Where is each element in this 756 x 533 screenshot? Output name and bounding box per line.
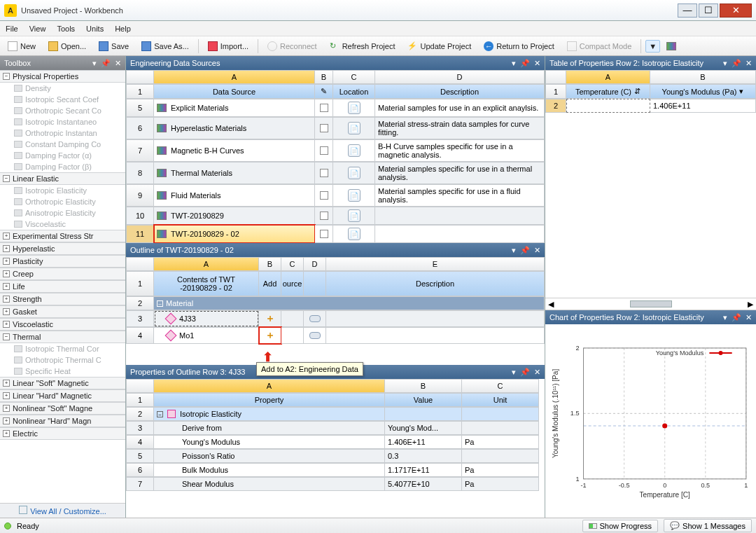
collapse-icon[interactable]: – [157, 300, 163, 307]
table-row[interactable]: 5 Poisson's Ratio 0.3 [126, 449, 545, 463]
save-button[interactable]: Save [94, 39, 134, 53]
category[interactable]: +Viscoelastic [0, 318, 125, 331]
hscroll[interactable]: ◀▶ [545, 298, 756, 310]
location-icon[interactable] [348, 189, 360, 202]
category[interactable]: +Creep [0, 268, 125, 280]
category[interactable]: −Linear Elastic [0, 172, 125, 185]
table-row[interactable]: 10 TWT-20190829 [126, 207, 545, 225]
checkbox[interactable] [320, 146, 328, 155]
outline-grid[interactable]: A B C D E 1 Contents of TWT -20190829 - … [126, 257, 545, 344]
toolbox-item[interactable]: Specific Heat [0, 366, 125, 377]
toolbox-item[interactable]: Damping Factor (β) [0, 161, 125, 172]
close-pane-icon[interactable]: ✕ [534, 59, 540, 68]
category[interactable]: +Life [0, 280, 125, 293]
checkbox[interactable] [320, 230, 328, 238]
show-messages-button[interactable]: 💬Show 1 Messages [664, 519, 752, 532]
location-icon[interactable] [348, 228, 360, 240]
filter-button[interactable]: ▼ [645, 40, 660, 53]
location-icon[interactable] [348, 144, 360, 157]
reconnect-button[interactable]: Reconnect [262, 39, 322, 53]
menu-units[interactable]: Units [86, 25, 104, 33]
toolbox-item[interactable]: Orthotropic Secant Co [0, 105, 125, 116]
table-row[interactable]: 9 Fluid Materials Material samples speci… [126, 184, 545, 207]
category[interactable]: +Strength [0, 293, 125, 305]
dropdown-icon[interactable]: ▾ [512, 368, 516, 377]
col-d[interactable]: D [375, 70, 545, 84]
table-row[interactable]: 7 Shear Modulus 5.4077E+10 Pa [126, 477, 545, 491]
dropdown-icon[interactable]: ▾ [739, 87, 743, 96]
table-row[interactable]: 2 −Isotropic Elasticity [126, 407, 545, 421]
toolbox-item[interactable]: Orthotropic Elasticity [0, 196, 125, 207]
props-grid[interactable]: A B C 1 Property Value Unit 2 −Isotropic… [126, 379, 545, 491]
toolbox-item[interactable]: Isotropic Secant Coef [0, 94, 125, 105]
menu-file[interactable]: File [6, 25, 18, 33]
col-a[interactable]: A [154, 70, 315, 84]
toolbox-item[interactable]: Isotropic Thermal Cor [0, 343, 125, 354]
category[interactable]: −Physical Properties [0, 70, 125, 83]
import-button[interactable]: Import... [203, 39, 253, 53]
pin-icon[interactable]: 📌 [520, 246, 530, 255]
category[interactable]: +Linear "Hard" Magnetic [0, 389, 125, 402]
refresh-button[interactable]: ↻Refresh Project [325, 39, 400, 53]
location-icon[interactable] [348, 209, 360, 222]
location-icon[interactable] [348, 122, 360, 134]
table-row[interactable]: 11 TWT-20190829 - 02 [126, 225, 545, 243]
category[interactable]: +Hyperelastic [0, 242, 125, 255]
toolbox-item[interactable]: Anisotropic Elasticity [0, 207, 125, 219]
eds-grid[interactable]: A B C D 1 Data Source ✎ Location Descrip… [126, 70, 545, 243]
table-row[interactable]: 4 Mo1 ＋ [126, 327, 545, 344]
checkbox[interactable] [320, 104, 328, 112]
menu-help[interactable]: Help [115, 25, 131, 33]
category[interactable]: +Electric [0, 427, 125, 440]
pin-icon[interactable]: 📌 [520, 59, 530, 68]
category[interactable]: +Linear "Soft" Magnetic [0, 377, 125, 389]
toolbox-item[interactable]: Isotropic Elasticity [0, 185, 125, 196]
toolbox-item[interactable]: Viscoelastic [0, 219, 125, 230]
new-button[interactable]: New [3, 39, 41, 53]
table-row[interactable]: 6 Hyperelastic Materials Material stress… [126, 117, 545, 139]
add-button[interactable]: ＋ [264, 313, 276, 324]
sort-icon[interactable]: ⇵ [634, 87, 640, 96]
dropdown-icon[interactable]: ▾ [512, 59, 516, 68]
update-button[interactable]: ⚡Update Project [402, 39, 476, 53]
checkbox[interactable] [320, 191, 328, 200]
toolbox-item[interactable]: Constant Damping Co [0, 139, 125, 150]
col-b[interactable]: B [315, 70, 333, 84]
table-row[interactable]: 3 Derive from Young's Mod... [126, 421, 545, 435]
category[interactable]: +Gasket [0, 305, 125, 318]
table-row[interactable]: 4 Young's Modulus 1.406E+11 Pa [126, 435, 545, 449]
category[interactable]: −Thermal [0, 331, 125, 343]
toolbox-item[interactable]: Isotropic Instantaneo [0, 116, 125, 127]
menu-tools[interactable]: Tools [57, 25, 75, 33]
view-all-link[interactable]: View All / Customize... [0, 503, 125, 518]
col-c[interactable]: C [333, 70, 375, 84]
close-pane-icon[interactable]: ✕ [534, 246, 540, 255]
checkbox[interactable] [320, 212, 328, 220]
location-icon[interactable] [348, 102, 360, 114]
collapse-icon[interactable]: − [157, 411, 163, 417]
toolbox-item[interactable]: Orthotropic Instantan [0, 127, 125, 139]
minimize-button[interactable]: — [678, 4, 697, 18]
location-icon[interactable] [348, 167, 360, 179]
table-row[interactable]: 7 Magnetic B-H Curves B-H Curve samples … [126, 139, 545, 162]
toolbox-item[interactable]: Orthotropic Thermal C [0, 354, 125, 366]
toolbox-list[interactable]: −Physical PropertiesDensityIsotropic Sec… [0, 70, 125, 503]
checkbox[interactable] [320, 169, 328, 177]
dropdown-icon[interactable]: ▾ [92, 59, 97, 68]
return-button[interactable]: ←Return to Project [479, 39, 559, 53]
category[interactable]: +Experimental Stress Str [0, 230, 125, 242]
table-row[interactable]: 3 4J33 ＋ [126, 310, 545, 327]
maximize-button[interactable]: ☐ [699, 4, 718, 18]
close-pane-icon[interactable]: ✕ [115, 59, 121, 68]
menu-view[interactable]: View [29, 25, 46, 33]
table-row[interactable]: 5 Explicit Materials Material samples fo… [126, 99, 545, 117]
show-progress-button[interactable]: Show Progress [582, 520, 659, 532]
toolbox-item[interactable]: Damping Factor (α) [0, 150, 125, 161]
category[interactable]: +Nonlinear "Hard" Magn [0, 415, 125, 427]
open-button[interactable]: Open... [43, 39, 91, 53]
temp-cell[interactable] [566, 99, 650, 113]
add-button[interactable]: ＋ [264, 330, 276, 341]
table-row[interactable]: 6 Bulk Modulus 1.1717E+11 Pa [126, 463, 545, 477]
compact-button[interactable]: Compact Mode [562, 39, 637, 53]
category[interactable]: +Plasticity [0, 255, 125, 268]
